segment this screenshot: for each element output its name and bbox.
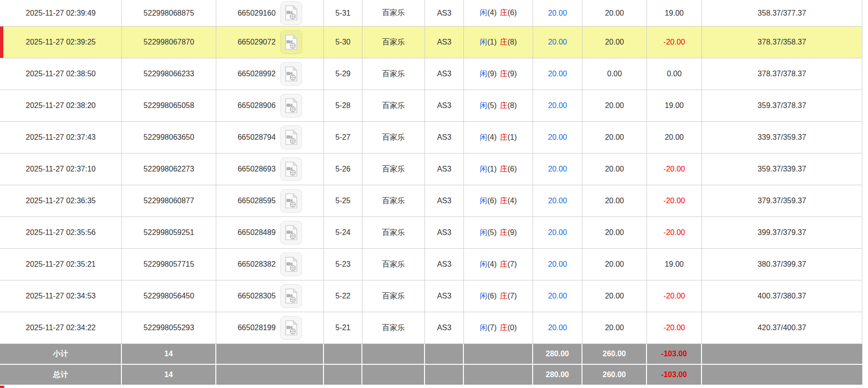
valid-amount-value: 20.00 — [605, 38, 624, 46]
table-row[interactable]: 2025-11-27 02:39:25 522998067870 6650290… — [0, 27, 862, 58]
time-value: 2025-11-27 02:34:22 — [26, 324, 95, 332]
video-icon[interactable] — [280, 62, 302, 86]
video-icon[interactable] — [280, 1, 302, 25]
empty-cell — [362, 344, 425, 365]
bet-id-cell: 522998060877 — [122, 185, 216, 217]
player-label: 闲 — [480, 197, 487, 205]
table-value: AS3 — [437, 38, 451, 46]
player-score: (5) — [487, 101, 497, 109]
table-row[interactable]: 2025-11-27 02:37:43 522998063650 6650287… — [0, 122, 862, 153]
round-id-value: 665028382 — [238, 260, 276, 269]
table-row[interactable]: 2025-11-27 02:35:56 522998059251 6650284… — [0, 217, 862, 249]
winloss-cell: -20.00 — [647, 280, 702, 312]
bet-amount-cell: 20.00 — [533, 58, 582, 90]
bet-amount-link[interactable]: 20.00 — [548, 292, 567, 300]
banker-score: (7) — [508, 292, 517, 300]
round-cell: 5-23 — [324, 249, 362, 280]
round-value: 5-31 — [335, 9, 351, 17]
bet-amount-link[interactable]: 20.00 — [548, 260, 567, 268]
time-value: 2025-11-27 02:37:43 — [26, 133, 95, 141]
empty-cell — [216, 365, 324, 386]
table-row[interactable]: 2025-11-27 02:38:50 522998066233 6650289… — [0, 58, 862, 90]
table-row[interactable]: 2025-11-27 02:38:20 522998065058 6650289… — [0, 90, 862, 122]
video-icon[interactable] — [280, 221, 302, 244]
video-icon[interactable] — [280, 253, 302, 276]
bet-amount-cell: 20.00 — [533, 249, 582, 280]
player-score: (4) — [487, 260, 497, 268]
video-icon[interactable] — [280, 316, 302, 340]
bet-id-cell: 522998059251 — [122, 217, 216, 249]
bet-amount-cell: 20.00 — [533, 217, 582, 249]
bet-id-value: 522998055293 — [144, 324, 194, 332]
banker-score: (0) — [508, 324, 517, 332]
video-icon[interactable] — [280, 284, 302, 308]
banker-label: 庄 — [500, 165, 508, 173]
subtotal-winloss: -103.00 — [647, 344, 702, 365]
game-cell: 百家乐 — [362, 27, 425, 58]
game-cell: 百家乐 — [362, 249, 425, 280]
table-cell: AS3 — [425, 185, 464, 217]
video-icon[interactable] — [280, 94, 302, 117]
bet-amount-link[interactable]: 20.00 — [548, 9, 567, 17]
table-row[interactable]: 2025-11-27 02:34:22 522998055293 6650281… — [0, 312, 862, 344]
game-cell: 百家乐 — [362, 280, 425, 312]
bet-id-value: 522998056450 — [144, 292, 194, 300]
round-cell: 5-26 — [324, 153, 362, 185]
table-value: AS3 — [437, 228, 451, 236]
round-id-cell: 665028595 — [216, 185, 324, 217]
empty-cell — [425, 344, 464, 365]
bet-id-value: 522998065058 — [144, 101, 194, 109]
game-value: 百家乐 — [382, 324, 405, 332]
bet-amount-link[interactable]: 20.00 — [548, 228, 567, 236]
bet-amount-link[interactable]: 20.00 — [548, 101, 567, 109]
table-row[interactable]: 2025-11-27 02:35:21 522998057715 6650283… — [0, 249, 862, 280]
player-score: (1) — [487, 165, 497, 173]
video-icon[interactable] — [280, 30, 302, 54]
player-score: (6) — [487, 292, 497, 300]
balance-cell: 378.37/378.37 — [702, 58, 862, 90]
video-icon[interactable] — [280, 157, 302, 181]
total-valid: 260.00 — [582, 365, 647, 386]
player-label: 闲 — [480, 228, 487, 236]
bet-amount-link[interactable]: 20.00 — [548, 133, 567, 141]
valid-amount-value: 20.00 — [605, 292, 624, 300]
balance-value: 359.37/378.37 — [757, 101, 806, 109]
empty-cell — [362, 365, 425, 386]
table-row[interactable]: 2025-11-27 02:36:35 522998060877 6650285… — [0, 185, 862, 217]
bet-amount-link[interactable]: 20.00 — [548, 165, 567, 173]
round-id-cell: 665028199 — [216, 312, 324, 344]
bet-amount-link[interactable]: 20.00 — [548, 70, 567, 78]
table-value: AS3 — [437, 133, 451, 141]
bet-amount-cell: 20.00 — [533, 185, 582, 217]
round-id-value: 665028906 — [238, 101, 276, 110]
table-row[interactable]: 2025-11-27 02:37:10 522998062273 6650286… — [0, 153, 862, 185]
round-value: 5-27 — [335, 133, 351, 141]
table-row[interactable]: 2025-11-27 02:34:53 522998056450 6650283… — [0, 280, 862, 312]
bet-amount-link[interactable]: 20.00 — [548, 197, 567, 205]
table-value: AS3 — [437, 197, 451, 205]
player-score: (7) — [487, 324, 497, 332]
table-row[interactable]: 2025-11-27 02:39:49 522998068875 6650291… — [0, 0, 862, 27]
game-cell: 百家乐 — [362, 153, 425, 185]
empty-cell — [464, 344, 533, 365]
winloss-value: 20.00 — [665, 133, 683, 141]
game-cell: 百家乐 — [362, 185, 425, 217]
bet-amount-link[interactable]: 20.00 — [548, 324, 567, 332]
video-icon[interactable] — [280, 126, 302, 149]
bet-amount-link[interactable]: 20.00 — [548, 38, 567, 46]
empty-cell — [702, 365, 862, 386]
banker-label: 庄 — [500, 197, 508, 205]
valid-amount-cell: 20.00 — [582, 0, 647, 27]
banker-score: (7) — [508, 260, 517, 268]
valid-amount-cell: 0.00 — [582, 58, 647, 90]
player-label: 闲 — [480, 38, 487, 46]
table-value: AS3 — [437, 292, 451, 300]
result-cell: 闲(9)庄(9) — [464, 58, 533, 90]
table-cell: AS3 — [425, 280, 464, 312]
bet-records-table: 2025-11-27 02:39:49 522998068875 6650291… — [0, 0, 862, 386]
round-id-cell: 665028906 — [216, 90, 324, 122]
winloss-value: -20.00 — [664, 324, 685, 332]
table-cell: AS3 — [425, 27, 464, 58]
round-id-value: 665028199 — [238, 324, 276, 332]
video-icon[interactable] — [280, 189, 302, 213]
